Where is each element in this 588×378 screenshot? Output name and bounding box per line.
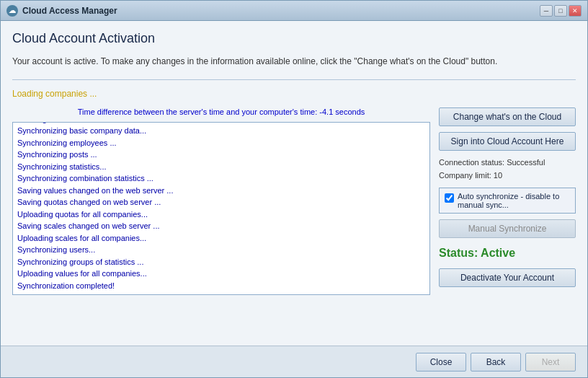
next-button[interactable]: Next <box>525 353 576 372</box>
log-line: Synchronizing basic company data... <box>17 125 425 137</box>
minimize-button[interactable]: ─ <box>540 5 553 17</box>
log-line: Synchronizing users... <box>17 244 425 256</box>
title-bar: ☁ Cloud Access Manager ─ □ ✕ <box>1 1 587 21</box>
connection-status: Connection status: Successful Company li… <box>439 157 576 182</box>
left-panel: Time difference between the server's tim… <box>12 107 430 340</box>
log-line: Synchronization completed! <box>17 280 425 292</box>
log-line: Synchronizing posts ... <box>17 149 425 161</box>
maximize-button[interactable]: □ <box>554 5 567 17</box>
log-line: Saving scales changed on web server ... <box>17 220 425 232</box>
description-text: Your account is active. To make any chan… <box>12 55 576 68</box>
log-line: Saving values changed on the web server … <box>17 185 425 197</box>
main-area: Time difference between the server's tim… <box>12 107 576 340</box>
log-line: Synchronizing combination statistics ... <box>17 172 425 185</box>
log-line: Uploading values for all companies... <box>17 268 425 280</box>
footer: Close Back Next <box>1 346 587 377</box>
page-title: Cloud Account Activation <box>12 31 576 46</box>
content-area: Cloud Account Activation Your account is… <box>1 21 587 346</box>
right-panel: Change what's on the Cloud Sign into Clo… <box>439 107 576 340</box>
log-line: Uploading quotas for all companies... <box>17 208 425 221</box>
sign-in-button[interactable]: Sign into Cloud Account Here <box>439 132 576 151</box>
status-active-label: Status: Active <box>439 247 576 260</box>
log-line: Saving quotas changed on web server ... <box>17 196 425 208</box>
close-window-button[interactable]: ✕ <box>569 5 582 17</box>
log-line: Synchronizing employees ... <box>17 137 425 149</box>
company-limit-text: Company limit: 10 <box>439 170 576 183</box>
deactivate-button[interactable]: Deactivate Your Account <box>439 268 576 287</box>
auto-sync-label: Auto synchronize - disable to manual syn… <box>458 192 570 209</box>
close-button[interactable]: Close <box>416 353 466 372</box>
auto-sync-checkbox[interactable] <box>445 193 454 203</box>
log-line: Uploading scales for all companies... <box>17 232 425 245</box>
window-icon: ☁ <box>6 5 18 17</box>
connection-status-text: Connection status: Successful <box>439 157 576 170</box>
auto-sync-container: Auto synchronize - disable to manual syn… <box>439 188 576 214</box>
loading-text: Loading companies ... <box>12 89 576 99</box>
window-controls: ─ □ ✕ <box>540 5 582 17</box>
time-diff-text: Time difference between the server's tim… <box>12 107 430 116</box>
log-line: Synchronizing statistics... <box>17 161 425 173</box>
window-title: Cloud Access Manager <box>22 6 535 16</box>
back-button[interactable]: Back <box>471 353 521 372</box>
main-window: ☁ Cloud Access Manager ─ □ ✕ Cloud Accou… <box>0 0 588 378</box>
log-box[interactable]: Loading companies ...Loading users ...Lo… <box>12 122 430 295</box>
change-cloud-button[interactable]: Change what's on the Cloud <box>439 107 576 126</box>
divider <box>12 79 576 80</box>
log-line: Synchronizing groups of statistics ... <box>17 256 425 268</box>
manual-sync-button: Manual Synchronize <box>439 219 576 238</box>
